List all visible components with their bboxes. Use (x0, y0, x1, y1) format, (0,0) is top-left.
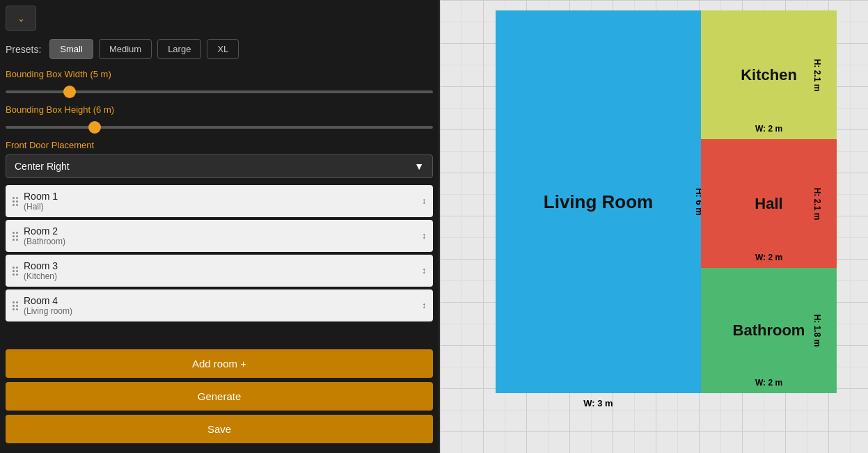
living-room-label: Living Room (544, 191, 653, 213)
height-slider-section: Bounding Box Height (6 m) (6, 104, 433, 132)
left-panel: ⌄ Presets: Small Medium Large XL Boundin… (0, 0, 439, 453)
hall-label: Hall (755, 195, 782, 213)
add-room-button[interactable]: Add room + (6, 349, 433, 378)
width-slider[interactable] (6, 90, 433, 93)
room-item[interactable]: Room 1 (Hall) ↕ (6, 185, 433, 217)
preset-large-button[interactable]: Large (157, 39, 201, 59)
drag-handle-icon (13, 301, 18, 310)
room-type: (Bathroom) (24, 237, 416, 246)
door-label: Front Door Placement (6, 140, 433, 150)
presets-label: Presets: (6, 44, 41, 55)
door-select[interactable]: Center Right ▼ (6, 154, 433, 178)
bathroom-height-label: H: 1.8 m (813, 315, 823, 347)
room-name: Room 4 (24, 295, 416, 306)
width-slider-section: Bounding Box Width (5 m) (6, 69, 433, 96)
room-hall: Hall H: 2.1 m W: 2 m (701, 139, 837, 268)
kitchen-label: Kitchen (741, 66, 797, 84)
preset-small-button[interactable]: Small (49, 39, 93, 59)
floor-plan: Living Room H: 6 m W: 3 m Kitchen H: 2.1… (496, 10, 837, 421)
room-item[interactable]: Room 3 (Kitchen) ↕ (6, 255, 433, 287)
collapse-button[interactable]: ⌄ (6, 6, 36, 31)
room-bathroom: Bathroom H: 1.8 m W: 2 m (701, 268, 837, 393)
room-sort-arrows[interactable]: ↕ (422, 266, 426, 276)
bathroom-label: Bathroom (733, 321, 805, 340)
drag-handle-icon (13, 232, 18, 241)
kitchen-height-label: H: 2.1 m (813, 58, 823, 91)
room-name: Room 3 (24, 260, 416, 271)
room-info: Room 3 (Kitchen) (24, 260, 416, 281)
floor-plan-panel: Living Room H: 6 m W: 3 m Kitchen H: 2.1… (440, 0, 868, 453)
presets-row: Presets: Small Medium Large XL (6, 39, 433, 59)
drag-handle-icon (13, 197, 18, 206)
room-type: (Hall) (24, 202, 416, 212)
room-sort-arrows[interactable]: ↕ (422, 301, 426, 310)
room-name: Room 1 (24, 191, 416, 202)
room-type: (Living room) (24, 306, 416, 316)
dropdown-arrow-icon: ▼ (414, 161, 424, 172)
room-info: Room 2 (Bathroom) (24, 225, 416, 246)
width-label: Bounding Box Width (5 m) (6, 69, 433, 79)
room-sort-arrows[interactable]: ↕ (422, 231, 426, 241)
door-select-value: Center Right (15, 161, 70, 172)
room-sort-arrows[interactable]: ↕ (422, 196, 426, 206)
room-living: Living Room H: 6 m W: 3 m (496, 10, 701, 393)
hall-height-label: H: 2.1 m (813, 187, 823, 220)
room-item[interactable]: Room 2 (Bathroom) ↕ (6, 220, 433, 252)
bathroom-width-label: W: 2 m (755, 378, 782, 388)
kitchen-width-label: W: 2 m (755, 124, 782, 134)
rooms-list: Room 1 (Hall) ↕ Room 2 (Bathroom) ↕ (6, 185, 433, 344)
door-placement-section: Front Door Placement Center Right ▼ (6, 140, 433, 178)
drag-handle-icon (13, 267, 18, 276)
room-name: Room 2 (24, 225, 416, 237)
room-info: Room 1 (Hall) (24, 191, 416, 212)
room-type: (Kitchen) (24, 271, 416, 281)
preset-medium-button[interactable]: Medium (99, 39, 152, 59)
height-slider[interactable] (6, 126, 433, 129)
room-info: Room 4 (Living room) (24, 295, 416, 316)
chevron-down-icon: ⌄ (17, 13, 25, 24)
hall-width-label: W: 2 m (755, 253, 782, 262)
generate-button[interactable]: Generate (6, 382, 433, 411)
save-button[interactable]: Save (6, 415, 433, 443)
height-label: Bounding Box Height (6 m) (6, 104, 433, 115)
room-item[interactable]: Room 4 (Living room) ↕ (6, 289, 433, 321)
preset-xl-button[interactable]: XL (207, 39, 239, 59)
living-room-width-label: W: 3 m (583, 398, 613, 408)
room-kitchen: Kitchen H: 2.1 m W: 2 m (701, 10, 837, 139)
